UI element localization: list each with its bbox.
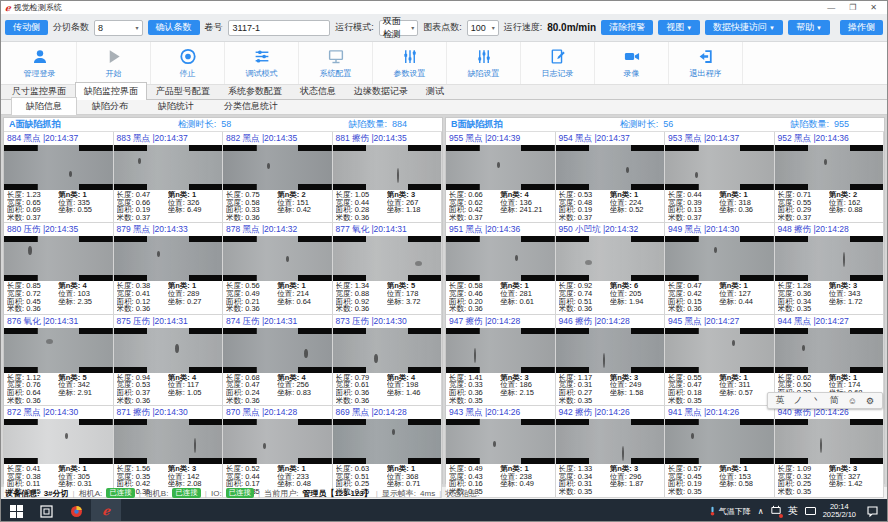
ime-mode-icon[interactable]: ノ [794,394,803,407]
defect-cell[interactable]: 955 黑点 |20:14:39 长度: 0.66宽度: 0.62面积: 0.4… [446,132,556,223]
inspection-app-taskbar-icon[interactable]: ℯ [91,499,121,522]
system-config-button[interactable]: 系统配置 [299,42,373,84]
defect-cell[interactable]: 870 黑点 |20:14:28 长度: 0.52宽度: 0.44面积: 0.1… [223,406,333,497]
roll-number-input[interactable]: 3117-1 [228,20,331,36]
defect-cell[interactable]: 875 压伤 |20:14:31 长度: 0.94宽度: 0.53面积: 0.3… [114,315,224,406]
browser-app-icon[interactable] [61,499,91,522]
strips-count-select[interactable]: 8▾ [94,20,143,36]
defect-cell[interactable]: 947 擦伤 |20:14:28 长度: 1.41宽度: 0.33面积: 0.3… [446,315,556,406]
drive-side-button[interactable]: 传动侧 [5,20,48,35]
ime-language-indicator[interactable]: 英 [788,504,798,518]
defect-cell[interactable]: 952 黑点 |20:14:36 长度: 0.71宽度: 0.55面积: 0.2… [775,132,885,223]
ime-settings-gear-icon[interactable]: ⚙ [866,396,874,406]
operator-side-button[interactable]: 操作侧 [840,20,883,35]
task-view-button[interactable] [31,499,61,522]
tray-expand-icon[interactable]: ∧ [758,507,764,516]
defect-cell[interactable]: 945 黑点 |20:14:27 长度: 0.55宽度: 0.47面积: 0.1… [665,315,775,406]
defect-cell[interactable]: 948 擦伤 |20:14:28 长度: 1.28宽度: 0.36面积: 0.3… [775,223,885,314]
camera-a-status-badge: 已连接 [106,488,135,498]
stop-button[interactable]: 停止 [151,42,225,84]
tab-2[interactable]: 缺陷监控界面 [75,82,147,100]
log-record-button[interactable]: 日志记录 [521,42,595,84]
defect-cell[interactable]: 950 小凹坑 |20:14:32 长度: 0.92宽度: 0.74面积: 0.… [556,223,666,314]
film-edge-blocks [775,328,884,373]
defect-cell[interactable]: 873 压伤 |20:14:30 长度: 0.79宽度: 0.61面积: 0.3… [333,315,443,406]
defect-cell[interactable]: 946 擦伤 |20:14:28 长度: 1.17宽度: 0.31面积: 0.2… [556,315,666,406]
param-settings-button[interactable]: 参数设置 [373,42,447,84]
defect-cell[interactable]: 942 擦伤 |20:14:26 长度: 1.33宽度: 0.34面积: 0.3… [556,406,666,497]
defect-cell[interactable]: 883 黑点 |20:14:37 长度: 0.47宽度: 0.66面积: 0.1… [114,132,224,223]
defect-cell[interactable]: 872 黑点 |20:14:30 长度: 0.41宽度: 0.38面积: 0.1… [4,406,114,497]
defect-cell[interactable]: 882 黑点 |20:14:35 长度: 0.75宽度: 0.58面积: 0.3… [223,132,333,223]
defect-mark [497,162,500,168]
defect-mark [397,168,399,183]
defect-cell[interactable]: 949 黑点 |20:14:30 长度: 0.47宽度: 0.42面积: 0.1… [665,223,775,314]
film-edge-blocks [333,328,442,373]
view-menu-button[interactable]: 视图▼ [658,20,700,35]
tab-5[interactable]: 状态信息 [291,82,345,99]
ime-toolbar[interactable]: 英ノ丶简☺⚙ [767,392,884,409]
clock[interactable]: 20:14 2025/2/10 [823,503,856,520]
defect-cell-header: 942 擦伤 |20:14:26 [556,406,665,419]
run-mode-select[interactable]: 双面检测▾ [379,20,418,36]
clear-alarm-button[interactable]: 清除报警 [601,20,653,35]
start-button[interactable] [1,499,31,522]
defect-cell[interactable]: 941 黑点 |20:14:26 长度: 0.57宽度: 0.45面积: 0.1… [665,406,775,497]
tab-7[interactable]: 测试 [417,82,453,99]
defect-cell[interactable]: 877 氧化 |20:14:31 长度: 1.34宽度: 0.88面积: 0.9… [333,223,443,314]
exit-icon [696,48,716,66]
defect-cell[interactable]: 876 氧化 |20:14:31 长度: 1.12宽度: 0.76面积: 0.6… [4,315,114,406]
camera-icon [622,48,642,66]
defect-cell[interactable]: 878 黑点 |20:14:32 长度: 0.56宽度: 0.49面积: 0.2… [223,223,333,314]
defect-cell-info: 长度: 0.79宽度: 0.61面积: 0.36米数: 0.36 第n类: 4位… [333,373,442,405]
defect-settings-button-label: 缺陷设置 [468,68,500,79]
subtab-3[interactable]: 缺陷统计 [143,97,209,114]
action-center-icon[interactable] [863,505,881,518]
film-edge-blocks [223,145,332,190]
defect-cell[interactable]: 943 黑点 |20:14:26 长度: 0.49宽度: 0.43面积: 0.1… [446,406,556,497]
defect-cell-info: 长度: 1.17宽度: 0.31面积: 0.27米数: 0.35 第n类: 3位… [556,373,665,405]
defect-thumbnail-image [556,236,665,281]
defect-cell[interactable]: 951 黑点 |20:14:36 长度: 0.58宽度: 0.46面积: 0.2… [446,223,556,314]
ime-punct-icon[interactable]: 丶 [812,394,821,407]
defect-cell[interactable]: 880 压伤 |20:14:35 长度: 0.85宽度: 0.72面积: 0.4… [4,223,114,314]
defect-cell[interactable]: 869 黑点 |20:14:28 长度: 0.63宽度: 0.51面积: 0.2… [333,406,443,497]
exit-button[interactable]: 退出程序 [669,42,743,84]
defect-cell[interactable]: 954 黑点 |20:14:37 长度: 0.53宽度: 0.48面积: 0.1… [556,132,666,223]
ime-tray-icon[interactable] [771,505,781,517]
defect-cell[interactable]: 953 黑点 |20:14:37 长度: 0.44宽度: 0.39面积: 0.1… [665,132,775,223]
subtab-1[interactable]: 缺陷信息 [11,97,77,115]
defect-cell-info: 长度: 0.94宽度: 0.53面积: 0.37米数: 0.36 第n类: 4位… [114,373,223,405]
maximize-icon[interactable]: ❐ [849,1,856,14]
defect-thumbnail-image [223,145,332,190]
close-icon[interactable]: ✕ [870,1,877,14]
help-menu-button[interactable]: 帮助▼ [788,20,830,35]
debug-mode-button[interactable]: 调试模式 [225,42,299,84]
defect-cell[interactable]: 940 擦伤 |20:14:26 长度: 1.09宽度: 0.32面积: 0.2… [775,406,885,497]
film-edge-blocks [446,145,555,190]
confirm-strips-button[interactable]: 确认条数 [148,20,200,35]
quick-access-menu-button[interactable]: 数据快捷访问▼ [705,20,783,35]
ime-lang-toggle[interactable]: 英 [776,394,785,407]
defect-cell[interactable]: 881 擦伤 |20:14:35 长度: 1.05宽度: 0.44面积: 0.2… [333,132,443,223]
start-button[interactable]: 开始 [77,42,151,84]
defect-cell[interactable]: 874 压伤 |20:14:31 长度: 0.68宽度: 0.47面积: 0.2… [223,315,333,406]
defect-thumbnail-image [333,328,442,373]
ime-emoji-icon[interactable]: ☺ [848,396,857,406]
defect-cell[interactable]: 879 黑点 |20:14:33 长度: 0.38宽度: 0.41面积: 0.1… [114,223,224,314]
defect-cell[interactable]: 871 擦伤 |20:14:30 长度: 1.56宽度: 0.35面积: 0.4… [114,406,224,497]
subtab-4[interactable]: 分类信息统计 [209,97,293,114]
weather-tray-item[interactable]: 气温下降 [709,505,751,517]
minimize-icon[interactable]: — [827,1,835,14]
touch-keyboard-icon[interactable] [805,507,816,515]
defect-cell[interactable]: 884 黑点 |20:14:37 长度: 1.23宽度: 0.65面积: 0.6… [4,132,114,223]
chart-points-select[interactable]: 100▾ [467,20,499,36]
log-record-button-label: 日志记录 [542,68,574,79]
defect-settings-button[interactable]: 缺陷设置 [447,42,521,84]
record-button[interactable]: 录像 [595,42,669,84]
admin-login-button[interactable]: 管理登录 [3,42,77,84]
tab-6[interactable]: 边缘数据记录 [345,82,417,99]
defect-cell-info: 长度: 1.34宽度: 0.88面积: 0.92米数: 0.36 第n类: 5位… [333,281,442,313]
ime-simplified-toggle[interactable]: 简 [830,394,839,407]
panel-a-header: A面缺陷抓拍 检测时长: 58 缺陷数量: 884 [4,118,442,132]
